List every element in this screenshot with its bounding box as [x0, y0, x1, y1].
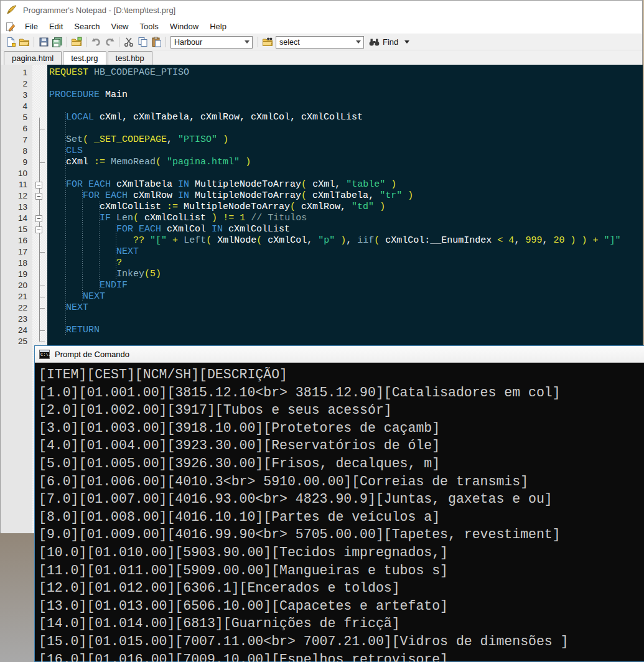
- code-line: NEXT: [49, 246, 643, 258]
- fold-collapse-toggle[interactable]: [35, 215, 42, 222]
- line-number: 5: [1, 112, 32, 123]
- chevron-down-icon: [356, 40, 361, 44]
- fold-collapse-toggle[interactable]: [35, 226, 42, 233]
- code-line: PROCEDURE Main: [49, 90, 643, 101]
- fold-tick: [40, 330, 45, 331]
- menu-item-help[interactable]: Help: [204, 21, 232, 32]
- chevron-down-icon: [245, 40, 250, 44]
- toolbar-separator: [166, 37, 166, 47]
- new-file-icon: [6, 37, 16, 47]
- line-number: 14: [1, 213, 32, 224]
- fold-tick: [40, 297, 45, 297]
- line-number: 9: [1, 157, 32, 168]
- cut-scissors-icon: [124, 37, 134, 47]
- tab-test.hbp[interactable]: test.hbp: [108, 51, 152, 65]
- binoculars-icon: [369, 38, 380, 47]
- toolbar-separator: [86, 37, 86, 47]
- code-line: NEXT: [49, 291, 643, 302]
- undo-button[interactable]: [89, 35, 103, 49]
- menu-item-search[interactable]: Search: [68, 21, 105, 32]
- console-output[interactable]: [ITEM][CEST][NCM/SH][DESCRIÇÃO][1.0][01.…: [35, 363, 644, 662]
- cut-button[interactable]: [122, 35, 136, 49]
- open-project-button[interactable]: [70, 35, 83, 49]
- fold-tick: [40, 129, 45, 129]
- find-in-files-icon: [262, 37, 273, 47]
- menu-item-window[interactable]: Window: [164, 21, 204, 32]
- indent-guide: [99, 202, 100, 291]
- fold-collapse-toggle[interactable]: [35, 182, 42, 189]
- save-button[interactable]: [37, 35, 50, 49]
- line-number: 6: [1, 123, 32, 134]
- line-number: 21: [1, 291, 32, 302]
- console-window-title: Prompt de Comando: [55, 350, 129, 359]
- menu-item-view[interactable]: View: [106, 21, 134, 32]
- line-number-gutter[interactable]: 1234567891011121314151617181920212223242…: [1, 65, 32, 533]
- title-bar[interactable]: Programmer's Notepad - [D:\temp\test.prg…: [1, 1, 642, 19]
- console-line: [4.0][01.004.00][3923.30.00][Reservatóri…: [39, 437, 644, 455]
- console-line: [2.0][01.002.00][3917][Tubos e seus aces…: [39, 401, 644, 419]
- scheme-combobox-value: Harbour: [174, 38, 202, 47]
- save-all-icon: [52, 37, 63, 47]
- line-number: 15: [1, 224, 32, 235]
- code-line: Set( _SET_CODEPAGE, "PTISO" ): [49, 134, 643, 146]
- menu-item-tools[interactable]: Tools: [134, 21, 164, 32]
- tab-bar: pagina.htmltest.prgtest.hbp: [1, 50, 642, 65]
- paste-button[interactable]: [149, 35, 163, 49]
- line-number: 25: [1, 336, 32, 347]
- menu-item-file[interactable]: File: [19, 21, 44, 32]
- console-line: [8.0][01.008.00][4016.10.10][Partes de v…: [39, 508, 644, 526]
- line-number: 7: [1, 134, 32, 146]
- search-combobox[interactable]: select: [276, 36, 364, 49]
- line-number: 23: [1, 314, 32, 325]
- code-line: ?: [49, 258, 643, 269]
- line-number: 16: [1, 235, 32, 246]
- fold-tick: [40, 308, 45, 309]
- console-line: [1.0][01.001.00][3815.12.10<br> 3815.12.…: [39, 384, 644, 402]
- code-line: [49, 123, 643, 134]
- code-line: [49, 78, 643, 90]
- console-line: [13.0][01.013.00][6506.10.00][Capacetes …: [39, 597, 644, 615]
- app-icon: [6, 4, 17, 16]
- tab-test.prg[interactable]: test.prg: [63, 51, 106, 65]
- paste-clipboard-icon: [151, 37, 162, 47]
- open-file-button[interactable]: [17, 35, 31, 49]
- new-file-button[interactable]: [4, 35, 17, 49]
- open-project-icon: [71, 37, 82, 47]
- code-line: Inkey(5): [49, 269, 643, 280]
- toolbar: Harbour select Find: [1, 34, 642, 50]
- scheme-combobox[interactable]: Harbour: [170, 36, 253, 49]
- indent-guide: [82, 190, 83, 302]
- command-prompt-window: Prompt de Comando [ITEM][CEST][NCM/SH][D…: [34, 345, 644, 662]
- window-title: Programmer's Notepad - [D:\temp\test.prg…: [23, 6, 175, 15]
- console-line: [15.0][01.015.00][7007.11.00<br> 7007.21…: [39, 633, 644, 651]
- console-line: [14.0][01.014.00][6813][Guarnições de fr…: [39, 615, 644, 633]
- fold-end-corner: [40, 342, 45, 342]
- find-in-files-button[interactable]: [261, 35, 274, 49]
- console-title-bar[interactable]: Prompt de Comando: [35, 346, 644, 363]
- code-line: IF Len( cXmlColList ) != 1 // Titulos: [49, 213, 643, 224]
- toolbar-separator: [34, 37, 34, 47]
- console-line: [9.0][01.009.00][4016.99.90<br> 5705.00.…: [39, 526, 644, 544]
- save-all-button[interactable]: [50, 35, 64, 49]
- copy-button[interactable]: [136, 35, 149, 49]
- console-line: [10.0][01.010.00][5903.90.00][Tecidos im…: [39, 544, 644, 562]
- save-floppy-icon: [39, 37, 49, 47]
- menu-item-edit[interactable]: Edit: [44, 21, 68, 32]
- document-pencil-icon[interactable]: [6, 22, 16, 32]
- console-line: [16.0][01.016.00][7009.10.00][Espelhos r…: [39, 651, 644, 662]
- copy-icon: [138, 37, 148, 47]
- code-line: LOCAL cXml, cXmlTabela, cXmlRow, cXmlCol…: [49, 112, 643, 123]
- line-number: 2: [1, 78, 32, 90]
- redo-button[interactable]: [103, 35, 116, 49]
- fold-collapse-toggle[interactable]: [35, 193, 42, 200]
- line-number: 18: [1, 258, 32, 269]
- tab-pagina.html[interactable]: pagina.html: [4, 51, 62, 65]
- code-line: NEXT: [49, 302, 643, 314]
- console-line: [7.0][01.007.00][4016.93.00<br> 4823.90.…: [39, 490, 644, 508]
- console-line: [3.0][01.003.00][3918.10.00][Protetores …: [39, 419, 644, 437]
- menu-bar: FileEditSearchViewToolsWindowHelp: [1, 19, 642, 34]
- line-number: 4: [1, 101, 32, 112]
- console-line: [5.0][01.005.00][3926.30.00][Frisos, dec…: [39, 455, 644, 473]
- code-line: REQUEST HB_CODEPAGE_PTISO: [49, 67, 643, 78]
- find-button[interactable]: Find: [369, 37, 409, 47]
